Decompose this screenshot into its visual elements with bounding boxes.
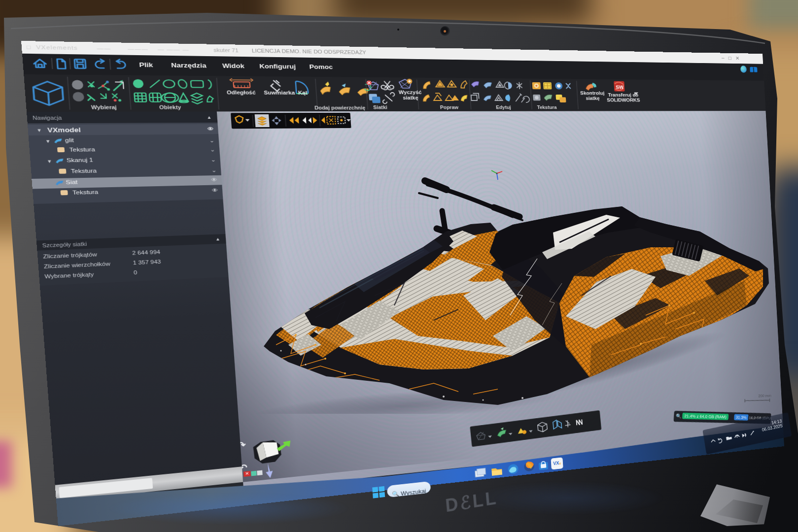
svg-text:SW: SW (616, 85, 624, 90)
